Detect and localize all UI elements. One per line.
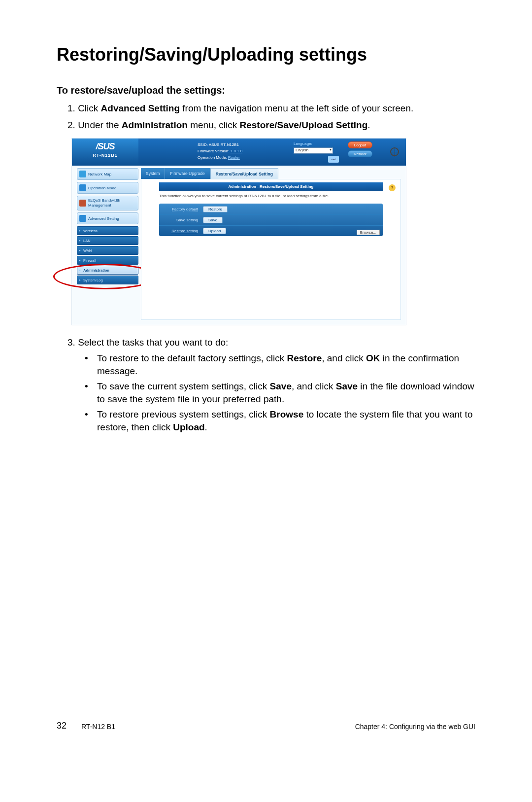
router-tabs: System Firmware Upgrade Restore/Save/Upl…: [141, 168, 401, 179]
bullet-save: To save the current system settings, cli…: [67, 380, 475, 405]
advanced-setting-icon: [79, 215, 86, 222]
tab-restore-save-upload[interactable]: Restore/Save/Upload Setting: [210, 168, 278, 179]
sidebar-item-network-map[interactable]: Network Map: [77, 168, 138, 180]
panel-description: This function allows you to save current…: [159, 193, 383, 199]
language-label: Language:: [294, 141, 312, 146]
manual-page: Restoring/Saving/Uploading settings To r…: [0, 0, 532, 802]
logout-button[interactable]: Logout: [348, 141, 372, 148]
step-3-text: Select the tasks that you want to do:: [78, 337, 228, 348]
row-save-setting: Save setting Save: [159, 214, 383, 225]
step-3-bullets: To restore to the default factory settin…: [67, 352, 475, 434]
router-logo: /SUS RT-N12B1: [72, 139, 138, 166]
router-screenshot: /SUS RT-N12B1 SSID: ASUS RT-N12B1 Firmwa…: [71, 138, 475, 325]
operation-mode-link[interactable]: Router: [228, 155, 240, 160]
restore-setting-label: Restore setting: [159, 229, 201, 233]
bullet-restore: To restore to the default factory settin…: [67, 352, 475, 377]
router-sidebar: Network Map Operation Mode EzQoS Bandwid…: [77, 168, 138, 285]
step-3: 3. Select the tasks that you want to do:…: [67, 336, 475, 433]
step-2-number: 2.: [67, 120, 78, 130]
save-button[interactable]: Save: [203, 217, 223, 223]
upload-button[interactable]: Upload: [203, 228, 226, 234]
steps-list-continued: 3. Select the tasks that you want to do:…: [57, 336, 475, 433]
restore-button[interactable]: Restore: [203, 206, 228, 212]
step-1-number: 1.: [67, 103, 78, 113]
row-restore-setting: Restore setting Upload Browse...: [159, 225, 383, 236]
sidebar-item-advanced-setting[interactable]: Advanced Setting: [77, 212, 138, 224]
sidebar-sub-lan[interactable]: LAN: [77, 236, 138, 245]
tab-system[interactable]: System: [141, 168, 165, 179]
help-icon[interactable]: ?: [389, 184, 396, 191]
row-factory-default: Factory default Restore: [159, 204, 383, 214]
operation-mode-icon: [79, 184, 86, 191]
network-map-icon: [79, 171, 86, 177]
sidebar-sub-system-log[interactable]: System Log: [77, 276, 138, 284]
header-info: SSID: ASUS RT-N12B1 Firmware Version: 1.…: [198, 141, 242, 161]
save-setting-label: Save setting: [159, 218, 201, 222]
brand-model: RT-N12B1: [72, 153, 138, 158]
bullet-upload: To restore previous system settings, cli…: [67, 408, 475, 433]
sidebar-item-operation-mode[interactable]: Operation Mode: [77, 182, 138, 194]
reboot-button[interactable]: Reboot: [348, 150, 372, 157]
sidebar-sub-administration[interactable]: Administration: [77, 266, 138, 275]
file-picker: Browse...: [357, 227, 380, 236]
network-status-icon[interactable]: net: [328, 156, 339, 163]
brand-logo: /SUS: [72, 139, 138, 152]
step-3-number: 3.: [67, 337, 78, 348]
footer-model: RT-N12 B1: [81, 723, 115, 731]
sidebar-sub-wan[interactable]: WAN: [77, 246, 138, 255]
step-2: 2. Under the Administration menu, click …: [67, 119, 475, 132]
step-2-text: Under the Administration menu, click Res…: [78, 120, 370, 130]
router-panel: ? Administration - Restore/Save/Upload S…: [141, 179, 401, 320]
sidebar-sub-firewall[interactable]: Firewall: [77, 256, 138, 265]
settings-rows: Factory default Restore Save setting Sav…: [159, 204, 383, 236]
panel-title: Administration - Restore/Save/Upload Set…: [159, 182, 383, 191]
tab-firmware-upgrade[interactable]: Firmware Upgrade: [165, 168, 210, 179]
page-number: 32: [57, 721, 66, 731]
router-header: /SUS RT-N12B1 SSID: ASUS RT-N12B1 Firmwa…: [72, 139, 406, 166]
sidebar-sub-wireless[interactable]: Wireless: [77, 226, 138, 235]
factory-default-label: Factory default: [159, 207, 201, 211]
router-ui: /SUS RT-N12B1 SSID: ASUS RT-N12B1 Firmwa…: [71, 138, 406, 325]
step-1-text: Click Advanced Setting from the navigati…: [78, 103, 413, 113]
sidebar-item-ezqos[interactable]: EzQoS Bandwidth Management: [77, 196, 138, 210]
section-subhead: To restore/save/upload the settings:: [57, 85, 475, 96]
sidebar-sublist: Wireless LAN WAN Firewall Administration…: [77, 226, 138, 284]
firmware-version-link[interactable]: 1.0.1.0: [231, 149, 242, 153]
browse-button[interactable]: Browse...: [357, 230, 380, 235]
page-title: Restoring/Saving/Uploading settings: [57, 44, 475, 65]
ezqos-icon: [79, 200, 86, 207]
footer-chapter: Chapter 4: Configuring via the web GUI: [355, 723, 475, 731]
language-select[interactable]: English: [294, 147, 333, 154]
footer-rule: [57, 715, 475, 715]
globe-icon[interactable]: [390, 147, 399, 156]
steps-list: 1. Click Advanced Setting from the navig…: [57, 102, 475, 131]
step-1: 1. Click Advanced Setting from the navig…: [67, 102, 475, 115]
